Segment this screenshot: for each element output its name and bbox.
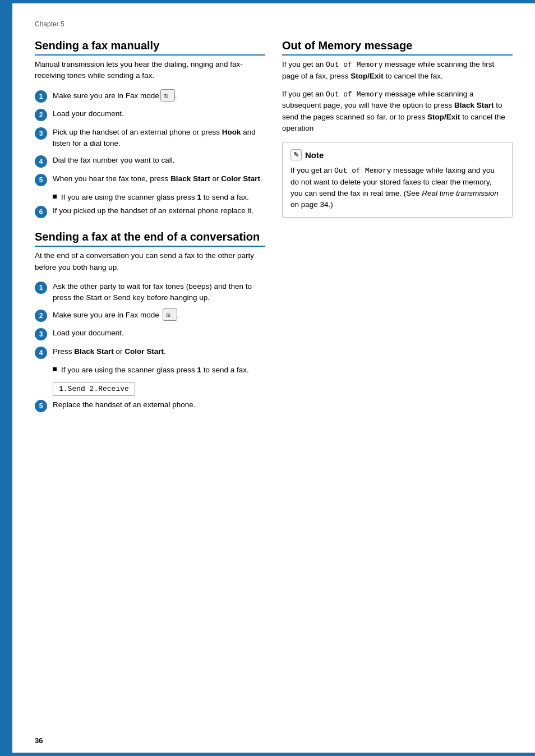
note-icon: ✎ [290,149,302,160]
page-container: Chapter 5 Sending a fax manually Manual … [0,0,535,756]
step-2-2: 2 Make sure you are in Fax mode . [35,309,265,322]
bottom-bar [12,753,535,756]
step-2-1: 1 Ask the other party to wait for fax to… [35,281,265,304]
fax-mode-icon-2 [163,308,177,321]
section-intro-1: Manual transmission lets you hear the di… [35,59,265,82]
step-number-2-1: 1 [35,282,47,294]
chapter-label: Chapter 5 [35,20,513,28]
square-bullet-icon [53,195,57,199]
sub-text-2-4: If you are using the scanner glass press… [61,365,249,376]
section-fax-conversation: Sending a fax at the end of a conversati… [35,231,265,412]
step-text-2-1: Ask the other party to wait for fax tone… [53,281,265,304]
step-1-6: 6 If you picked up the handset of an ext… [35,205,265,218]
square-bullet-icon-2 [53,367,57,371]
step-text-1-5: When you hear the fax tone, press Black … [53,173,265,185]
step-2-3: 3 Load your document. [35,328,265,340]
section-title-1: Sending a fax manually [35,39,265,56]
step-text-2-4: Press Black Start or Color Start. [53,346,265,357]
step-text-1-6: If you picked up the handset of an exter… [53,205,265,216]
step-text-2-2: Make sure you are in Fax mode . [53,309,265,321]
step-text-1-1: Make sure you are in Fax mode. [53,90,265,102]
note-title-text: Note [305,150,324,160]
step-number-1-5: 5 [35,174,47,186]
section-title-oom: Out of Memory message [282,39,513,56]
step-2-4: 4 Press Black Start or Color Start. [35,346,265,359]
section-title-2: Sending a fax at the end of a conversati… [35,231,265,247]
fax-mode-icon-1 [160,89,175,102]
two-col-layout: Sending a fax manually Manual transmissi… [35,39,513,425]
sub-text-1-5: If you are using the scanner glass press… [61,192,249,203]
step-2-5: 5 Replace the handset of an external pho… [35,399,265,412]
steps-list-1: 1 Make sure you are in Fax mode. 2 Load … [35,90,265,219]
lcd-display-item: 1.Send 2.Receive [35,379,265,399]
main-content: Chapter 5 Sending a fax manually Manual … [12,3,535,753]
step-number-1-1: 1 [35,90,47,103]
step-number-2-5: 5 [35,400,47,412]
step-1-3: 3 Pick up the handset of an external pho… [35,127,265,150]
col-right: Out of Memory message If you get an Out … [282,39,513,425]
sub-bullet-2-4: If you are using the scanner glass press… [53,365,265,376]
step-1-5: 5 When you hear the fax tone, press Blac… [35,173,265,186]
page-number: 36 [35,736,43,745]
lcd-display: 1.Send 2.Receive [53,382,135,396]
note-box: ✎ Note If you get an Out of Memory messa… [282,142,513,218]
note-text: If you get an Out of Memory message whil… [290,165,504,210]
col-left: Sending a fax manually Manual transmissi… [35,39,265,425]
oom-section: If you get an Out of Memory message whil… [282,59,513,134]
oom-para-1: If you get an Out of Memory message whil… [282,59,513,82]
step-number-1-6: 6 [35,206,47,218]
step-1-4: 4 Dial the fax number you want to call. [35,155,265,168]
oom-para-2: If you get an Out of Memory message whil… [282,89,513,134]
step-text-1-3: Pick up the handset of an external phone… [53,127,265,150]
section-fax-manually: Sending a fax manually Manual transmissi… [35,39,265,218]
step-number-2-4: 4 [35,347,47,359]
step-1-2: 2 Load your document. [35,108,265,121]
step-text-2-5: Replace the handset of an external phone… [53,399,265,411]
step-number-1-4: 4 [35,155,47,168]
step-1-1: 1 Make sure you are in Fax mode. [35,90,265,103]
step-text-1-4: Dial the fax number you want to call. [53,155,265,166]
sub-bullet-1-5: If you are using the scanner glass press… [53,192,265,203]
section-intro-2: At the end of a conversation you can sen… [35,250,265,273]
steps-list-2: 1 Ask the other party to wait for fax to… [35,281,265,412]
step-number-1-2: 2 [35,109,47,121]
step-number-2-2: 2 [35,310,47,322]
note-title: ✎ Note [290,149,504,160]
step-number-1-3: 3 [35,127,47,140]
step-number-2-3: 3 [35,328,47,340]
step-text-2-3: Load your document. [53,328,265,339]
step-text-1-2: Load your document. [53,108,265,119]
left-sidebar [0,0,12,756]
